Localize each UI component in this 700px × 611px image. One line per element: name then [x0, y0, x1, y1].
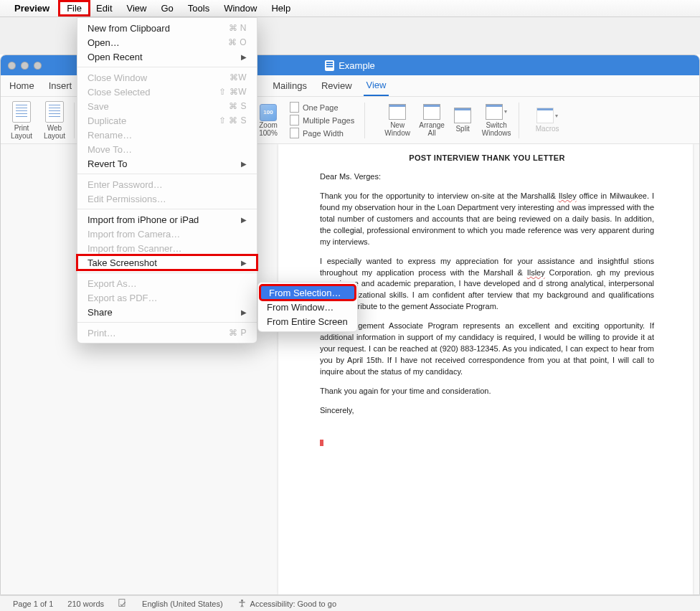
traffic-lights[interactable] [8, 62, 42, 70]
chevron-right-icon: ▶ [241, 308, 247, 316]
one-page-button[interactable]: One Page [287, 101, 357, 113]
file-menu-item: Import from Scanner… [77, 241, 257, 255]
file-menu-item: Rename… [77, 128, 257, 142]
split-icon [454, 108, 471, 123]
doc-paragraph: The Management Associate Program represe… [320, 321, 654, 378]
zoom-button[interactable]: 100 Zoom 100% [254, 104, 283, 137]
doc-paragraph: Thank you for the opportunity to intervi… [320, 191, 654, 248]
file-menu-item: Edit Permissions… [77, 191, 257, 206]
doc-paragraph: Thank you again for your time and consid… [320, 386, 654, 397]
chevron-down-icon: ▾ [555, 113, 558, 119]
accessibility-icon [237, 599, 247, 608]
doc-title: POST INTERVIEW THANK YOU LETTER [320, 153, 654, 164]
menu-separator [77, 273, 257, 273]
doc-closing: Sincerely, [320, 405, 654, 417]
file-menu-dropdown: New from Clipboard⌘ NOpen…⌘ OOpen Recent… [77, 17, 257, 344]
ribbon-separator [74, 103, 75, 138]
print-layout-icon [12, 101, 31, 123]
page-width-icon [290, 128, 299, 138]
window-title: Example [339, 60, 375, 71]
chevron-right-icon: ▶ [241, 259, 247, 267]
doc-greeting: Dear Ms. Verges: [320, 171, 654, 183]
chevron-right-icon: ▶ [241, 216, 247, 224]
macros-icon [536, 108, 554, 123]
page-width-button[interactable]: Page Width [287, 127, 357, 139]
file-menu-item: Close Window⌘W [77, 70, 257, 85]
arrange-all-button[interactable]: Arrange All [415, 99, 448, 142]
status-page[interactable]: Page 1 of 1 [13, 600, 53, 608]
doc-paragraph: I especially wanted to express my apprec… [320, 256, 654, 313]
file-menu-item[interactable]: New from Clipboard⌘ N [77, 21, 257, 35]
spellcheck-icon[interactable] [118, 598, 128, 609]
chevron-right-icon: ▶ [241, 160, 247, 168]
mac-menu-tools[interactable]: Tools [181, 1, 217, 15]
file-menu-item[interactable]: Share▶ [77, 305, 257, 319]
mac-menu-go[interactable]: Go [153, 1, 180, 15]
status-words[interactable]: 210 words [67, 600, 104, 608]
tab-home[interactable]: Home [6, 76, 37, 95]
page-options: One Page Multiple Pages Page Width [287, 101, 357, 139]
new-window-icon [389, 104, 406, 120]
mac-menu-view[interactable]: View [120, 1, 154, 15]
mac-menu-help[interactable]: Help [264, 1, 298, 15]
print-layout-button[interactable]: Print Layout [5, 99, 38, 142]
mac-menu-window[interactable]: Window [217, 1, 264, 15]
screenshot-submenu-item[interactable]: From Window… [258, 300, 357, 314]
document-page[interactable]: POST INTERVIEW THANK YOU LETTER Dear Ms.… [278, 144, 693, 595]
mac-menu-edit[interactable]: Edit [89, 1, 119, 15]
app-name[interactable]: Preview [14, 3, 49, 14]
split-button[interactable]: Split [450, 99, 476, 142]
switch-windows-button[interactable]: ▾Switch Windows [477, 99, 516, 142]
web-layout-icon [45, 101, 64, 123]
ribbon-separator [364, 103, 365, 138]
window-group: New Window Arrange All Split ▾Switch Win… [381, 99, 516, 142]
mac-menu-file[interactable]: File [60, 1, 89, 15]
one-page-icon [290, 102, 299, 113]
web-layout-button[interactable]: Web Layout [38, 99, 71, 142]
file-menu-item[interactable]: Import from iPhone or iPad▶ [77, 212, 257, 227]
file-menu-item: Print…⌘ P [77, 326, 257, 340]
multiple-pages-button[interactable]: Multiple Pages [287, 114, 357, 126]
file-menu-item[interactable]: Open…⌘ O [77, 35, 257, 49]
file-menu-item: Save⌘ S [77, 99, 257, 113]
file-menu-item: Import from Camera… [77, 227, 257, 241]
switch-windows-icon [486, 104, 503, 120]
status-language[interactable]: English (United States) [142, 600, 223, 608]
chevron-down-icon: ▾ [504, 108, 507, 115]
tab-review[interactable]: Review [318, 76, 355, 95]
mac-menu-bar: Preview File Edit View Go Tools Window H… [0, 0, 700, 17]
screenshot-submenu: From Selection…From Window…From Entire S… [257, 282, 358, 332]
file-menu-item: Move To… [77, 142, 257, 156]
text-cursor [320, 440, 323, 446]
new-window-button[interactable]: New Window [381, 99, 414, 142]
file-menu-item[interactable]: Revert To▶ [77, 156, 257, 171]
tab-view[interactable]: View [364, 75, 389, 96]
file-menu-item: Duplicate⇧ ⌘ S [77, 113, 257, 128]
status-accessibility[interactable]: Accessibility: Good to go [237, 599, 336, 608]
document-icon [325, 60, 334, 71]
multiple-pages-icon [290, 115, 299, 125]
file-menu-item: Export as PDF… [77, 290, 257, 305]
file-menu-item: Enter Password… [77, 177, 257, 191]
file-menu-item: Export As… [77, 276, 257, 290]
file-menu-item[interactable]: Open Recent▶ [77, 49, 257, 64]
chevron-right-icon: ▶ [241, 53, 247, 61]
arrange-all-icon [423, 104, 440, 120]
screenshot-submenu-item[interactable]: From Entire Screen [258, 314, 357, 328]
screenshot-submenu-item[interactable]: From Selection… [260, 285, 355, 300]
macros-button[interactable]: ▾Macros [531, 99, 564, 142]
tab-insert[interactable]: Insert [46, 76, 75, 95]
status-bar: Page 1 of 1 210 words English (United St… [0, 595, 700, 611]
zoom-icon: 100 [260, 104, 277, 121]
ribbon-separator [519, 103, 519, 138]
menu-separator [77, 209, 257, 209]
menu-separator [77, 67, 257, 67]
svg-point-1 [241, 600, 243, 602]
file-menu-item[interactable]: Take Screenshot▶ [77, 255, 257, 270]
file-menu-item: Close Selected⇧ ⌘W [77, 85, 257, 99]
menu-separator [77, 322, 257, 323]
menu-separator [77, 174, 257, 174]
tab-mailings[interactable]: Mailings [270, 76, 310, 95]
